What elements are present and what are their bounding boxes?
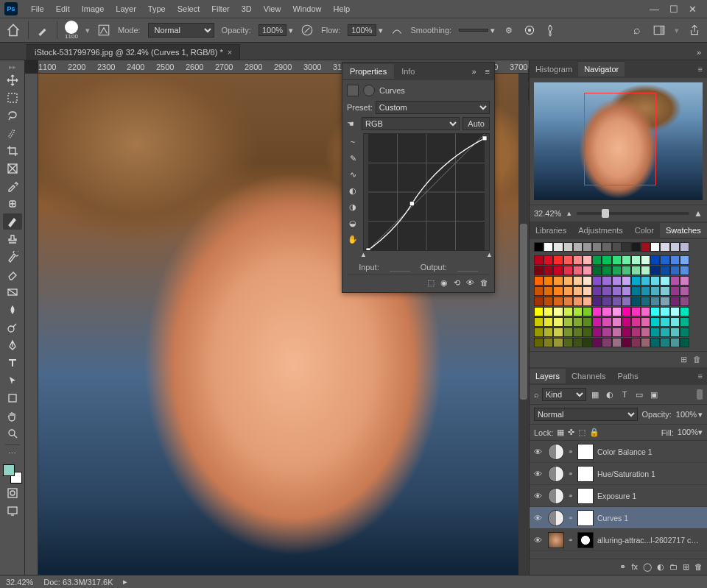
swatch[interactable]	[544, 255, 553, 265]
swatch[interactable]	[612, 255, 622, 265]
search-icon[interactable]: ⌕	[630, 24, 644, 37]
swatch[interactable]	[612, 286, 622, 296]
edit-toolbar-icon[interactable]: ⋯	[3, 448, 22, 458]
history-brush-tool[interactable]	[3, 249, 22, 265]
swatch[interactable]	[534, 266, 544, 275]
swatch[interactable]	[583, 297, 592, 306]
swatch[interactable]	[553, 242, 563, 252]
tab-channels[interactable]: Channels	[566, 369, 611, 383]
flow-field[interactable]: 100%▾	[348, 24, 382, 36]
swatch[interactable]	[650, 255, 660, 265]
lock-position-icon[interactable]: ✜	[568, 428, 574, 437]
swatch[interactable]	[670, 255, 680, 265]
healing-tool[interactable]	[3, 196, 22, 212]
panel-menu-icon[interactable]: ≡	[694, 372, 707, 380]
swatch[interactable]	[641, 338, 650, 347]
delete-adjustment-icon[interactable]: 🗑	[480, 278, 488, 288]
swatch[interactable]	[583, 317, 592, 327]
swatch[interactable]	[641, 255, 650, 265]
layer-blend-select[interactable]: Normal	[534, 408, 638, 421]
vertical-scrollbar[interactable]	[518, 74, 529, 575]
swatch[interactable]	[563, 266, 573, 275]
swatch[interactable]	[660, 317, 669, 327]
swatch[interactable]	[553, 276, 563, 286]
swatch[interactable]	[660, 327, 669, 337]
swatch[interactable]	[680, 266, 689, 275]
white-slider[interactable]: ▲	[486, 251, 493, 258]
menu-layer[interactable]: Layer	[110, 2, 142, 15]
swatch[interactable]	[553, 327, 563, 337]
marquee-tool[interactable]	[3, 90, 22, 106]
curve-smooth-icon[interactable]: ∿	[347, 169, 359, 180]
visibility-icon[interactable]: 👁	[534, 492, 544, 500]
layer-style-icon[interactable]: fx	[631, 562, 638, 572]
share-icon[interactable]	[688, 24, 701, 37]
swatch[interactable]	[583, 338, 592, 347]
layer-name[interactable]: Hue/Saturation 1	[597, 470, 703, 478]
swatch[interactable]	[670, 307, 680, 316]
swatch[interactable]	[602, 266, 611, 275]
curve-hand-icon[interactable]: ✋	[347, 233, 359, 245]
layer-name[interactable]: Exposure 1	[597, 492, 703, 500]
clip-icon[interactable]: ⬚	[427, 278, 435, 288]
swatch[interactable]	[592, 317, 602, 327]
layer-row[interactable]: 👁⚭Curves 1	[530, 507, 707, 529]
swatch[interactable]	[612, 327, 622, 337]
visibility-icon[interactable]: 👁	[534, 447, 544, 456]
swatch[interactable]	[573, 327, 583, 337]
menu-edit[interactable]: Edit	[50, 2, 76, 15]
swatch[interactable]	[631, 317, 641, 327]
swatch[interactable]	[622, 286, 631, 296]
layer-name[interactable]: Color Balance 1	[597, 447, 703, 456]
new-group-icon[interactable]: 🗀	[669, 562, 678, 572]
zoom-in-icon[interactable]: ▲	[694, 208, 703, 219]
swatch[interactable]	[631, 276, 641, 286]
new-adjustment-icon[interactable]: ◐	[657, 562, 664, 572]
swatch[interactable]	[622, 327, 631, 337]
swatch[interactable]	[612, 242, 622, 252]
swatch[interactable]	[680, 327, 689, 337]
swatch[interactable]	[631, 242, 641, 252]
status-zoom[interactable]: 32.42%	[6, 578, 33, 587]
swatch[interactable]	[534, 286, 544, 296]
navigator-viewbox[interactable]	[584, 93, 656, 185]
menu-help[interactable]: Help	[328, 2, 356, 15]
swatch[interactable]	[573, 242, 583, 252]
status-arrow-icon[interactable]: ▸	[123, 577, 127, 587]
close-button[interactable]: ✕	[689, 4, 697, 15]
layer-opacity-field[interactable]: 100%▾	[676, 410, 703, 419]
swatch[interactable]	[553, 266, 563, 275]
swatch[interactable]	[592, 297, 602, 306]
swatch[interactable]	[650, 242, 660, 252]
swatch[interactable]	[602, 297, 611, 306]
swatch[interactable]	[631, 286, 641, 296]
tab-properties[interactable]: Properties	[342, 64, 394, 79]
swatch[interactable]	[573, 338, 583, 347]
swatch[interactable]	[583, 266, 592, 275]
close-tab-icon[interactable]: ×	[228, 48, 232, 57]
swatch[interactable]	[650, 297, 660, 306]
swatch[interactable]	[544, 327, 553, 337]
filter-shape-icon[interactable]: ▭	[633, 389, 645, 400]
swatch[interactable]	[602, 338, 611, 347]
tab-layers[interactable]: Layers	[530, 369, 566, 383]
swatch[interactable]	[602, 242, 611, 252]
dodge-tool[interactable]	[3, 319, 22, 336]
swatch[interactable]	[553, 307, 563, 316]
swatch[interactable]	[631, 338, 641, 347]
swatch[interactable]	[534, 338, 544, 347]
move-tool[interactable]	[3, 72, 22, 88]
swatch[interactable]	[602, 255, 611, 265]
color-swatches[interactable]	[3, 464, 22, 483]
swatch[interactable]	[650, 307, 660, 316]
targeted-adjust-icon[interactable]: ☚	[347, 119, 359, 129]
swatch[interactable]	[544, 317, 553, 327]
swatch[interactable]	[612, 307, 622, 316]
swatch[interactable]	[583, 307, 592, 316]
swatch[interactable]	[563, 327, 573, 337]
swatch[interactable]	[660, 255, 669, 265]
swatch[interactable]	[583, 286, 592, 296]
swatch[interactable]	[650, 338, 660, 347]
swatch[interactable]	[641, 297, 650, 306]
swatch[interactable]	[602, 276, 611, 286]
